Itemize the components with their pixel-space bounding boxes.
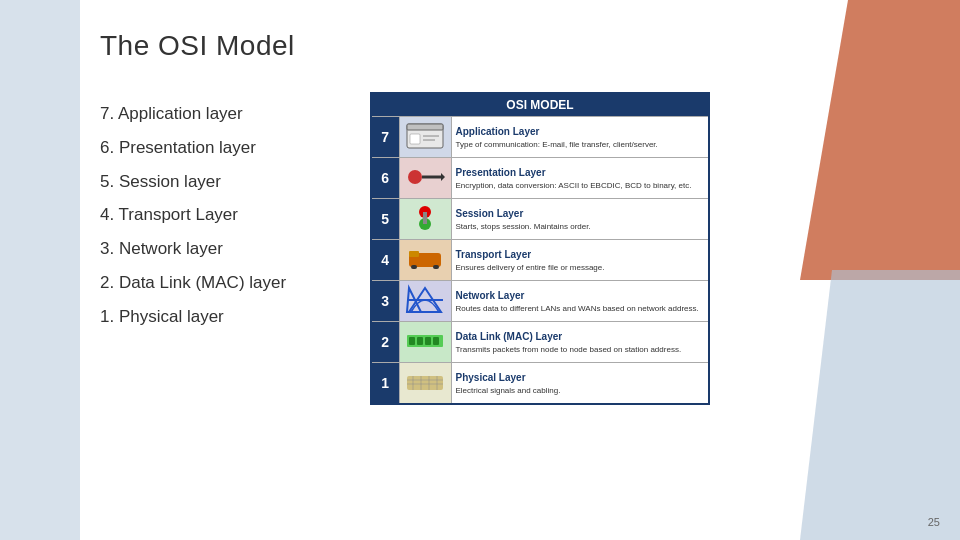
osi-row-6: 6 Presentation Layer Encryption, data co… bbox=[371, 158, 709, 199]
osi-row-2: 2 Data Link (MAC) Layer Transmits packet… bbox=[371, 322, 709, 363]
layer-name-6: Presentation Layer bbox=[452, 165, 709, 180]
item-6-label: 6. Presentation layer bbox=[100, 136, 320, 160]
svg-rect-20 bbox=[417, 337, 423, 345]
layer-desc-6: Encryption, data conversion: ASCII to EB… bbox=[452, 180, 709, 192]
item-4-label: 4. Transport Layer bbox=[100, 203, 320, 227]
svg-rect-22 bbox=[433, 337, 439, 345]
svg-rect-21 bbox=[425, 337, 431, 345]
layer-number-7: 7 bbox=[371, 117, 399, 158]
layer-icon-3 bbox=[399, 281, 451, 322]
layer-name-4: Transport Layer bbox=[452, 247, 709, 262]
layer-icon-1 bbox=[399, 363, 451, 405]
osi-row-3: 3 Network Layer Routes data to different… bbox=[371, 281, 709, 322]
datalink-icon bbox=[405, 325, 445, 357]
network-icon bbox=[405, 284, 445, 316]
layer-icon-7 bbox=[399, 117, 451, 158]
svg-rect-23 bbox=[407, 376, 443, 390]
item-5-label: 5. Session layer bbox=[100, 170, 320, 194]
svg-rect-19 bbox=[409, 337, 415, 345]
svg-rect-14 bbox=[409, 251, 419, 257]
svg-rect-12 bbox=[411, 265, 417, 269]
svg-marker-7 bbox=[441, 173, 445, 181]
item-7-label: 7. Application layer bbox=[100, 102, 320, 126]
svg-rect-2 bbox=[410, 134, 420, 144]
osi-table-container: OSI MODEL 7 Application Layer Type of co… bbox=[370, 92, 710, 405]
layer-list: 7. Application layer6. Presentation laye… bbox=[100, 92, 320, 329]
layer-info-1: Physical Layer Electrical signals and ca… bbox=[451, 363, 709, 405]
layer-desc-2: Transmits packets from node to node base… bbox=[452, 344, 709, 356]
osi-row-5: 5 Session Layer Starts, stops session. M… bbox=[371, 199, 709, 240]
item-2-label: 2. Data Link (MAC) layer bbox=[100, 271, 320, 295]
layer-number-1: 1 bbox=[371, 363, 399, 405]
svg-point-5 bbox=[408, 170, 422, 184]
layer-desc-4: Ensures delivery of entire file or messa… bbox=[452, 262, 709, 274]
layer-number-5: 5 bbox=[371, 199, 399, 240]
transport-icon bbox=[405, 243, 445, 275]
osi-row-7: 7 Application Layer Type of communicatio… bbox=[371, 117, 709, 158]
layer-icon-2 bbox=[399, 322, 451, 363]
layer-name-3: Network Layer bbox=[452, 288, 709, 303]
layer-name-1: Physical Layer bbox=[452, 370, 709, 385]
layer-info-5: Session Layer Starts, stops session. Mai… bbox=[451, 199, 709, 240]
layer-info-3: Network Layer Routes data to different L… bbox=[451, 281, 709, 322]
layer-name-2: Data Link (MAC) Layer bbox=[452, 329, 709, 344]
osi-row-1: 1 Physical Layer Electrical signals and … bbox=[371, 363, 709, 405]
item-3-label: 3. Network layer bbox=[100, 237, 320, 261]
layer-info-2: Data Link (MAC) Layer Transmits packets … bbox=[451, 322, 709, 363]
physical-icon bbox=[405, 366, 445, 398]
layer-icon-6 bbox=[399, 158, 451, 199]
layer-number-3: 3 bbox=[371, 281, 399, 322]
svg-rect-1 bbox=[407, 124, 443, 130]
osi-table-header: OSI MODEL bbox=[371, 93, 709, 117]
layer-info-7: Application Layer Type of communication:… bbox=[451, 117, 709, 158]
application-icon bbox=[405, 120, 445, 152]
layer-icon-5 bbox=[399, 199, 451, 240]
layer-info-4: Transport Layer Ensures delivery of enti… bbox=[451, 240, 709, 281]
layer-desc-1: Electrical signals and cabling. bbox=[452, 385, 709, 397]
osi-table: OSI MODEL 7 Application Layer Type of co… bbox=[370, 92, 710, 405]
layer-number-4: 4 bbox=[371, 240, 399, 281]
slide-title: The OSI Model bbox=[100, 30, 910, 62]
layer-desc-3: Routes data to different LANs and WANs b… bbox=[452, 303, 709, 315]
layer-icon-4 bbox=[399, 240, 451, 281]
main-body: 7. Application layer6. Presentation laye… bbox=[100, 92, 910, 405]
layer-number-2: 2 bbox=[371, 322, 399, 363]
presentation-icon bbox=[405, 161, 445, 193]
layer-desc-5: Starts, stops session. Maintains order. bbox=[452, 221, 709, 233]
svg-rect-10 bbox=[423, 212, 427, 224]
session-icon bbox=[405, 202, 445, 234]
layer-number-6: 6 bbox=[371, 158, 399, 199]
osi-row-4: 4 Transport Layer Ensures delivery of en… bbox=[371, 240, 709, 281]
item-1-label: 1. Physical layer bbox=[100, 305, 320, 329]
layer-name-5: Session Layer bbox=[452, 206, 709, 221]
layer-name-7: Application Layer bbox=[452, 124, 709, 139]
svg-rect-13 bbox=[433, 265, 439, 269]
layer-desc-7: Type of communication: E-mail, file tran… bbox=[452, 139, 709, 151]
layer-info-6: Presentation Layer Encryption, data conv… bbox=[451, 158, 709, 199]
